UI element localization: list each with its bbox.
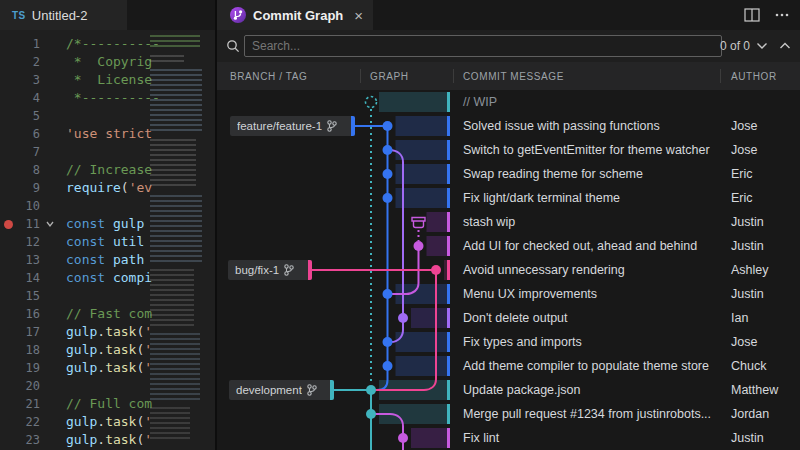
code-text: require('ev: [66, 179, 152, 197]
line-number[interactable]: 21: [0, 395, 40, 413]
line-number[interactable]: 22: [0, 413, 40, 431]
column-separator[interactable]: [453, 69, 454, 83]
line-number[interactable]: 8: [0, 161, 40, 179]
commit-row[interactable]: Menu UX improvementsJustin: [217, 282, 800, 306]
branch-label-bug-fix-1[interactable]: bug/fix-1: [228, 260, 312, 280]
line-number[interactable]: 23: [0, 431, 40, 449]
line-number[interactable]: 3: [0, 71, 40, 89]
editor-group: TS Untitled-2 1/*----------2 * Copyrig3 …: [0, 0, 215, 450]
fold-chevron-icon[interactable]: [45, 219, 55, 229]
code-text: 'use strict: [66, 125, 152, 143]
commit-row[interactable]: // WIP: [217, 90, 800, 114]
commit-row[interactable]: Merge pull request #1234 from justinrobo…: [217, 402, 800, 426]
split-editor-icon[interactable]: [744, 8, 760, 22]
commit-message: Switch to getEventEmitter for theme watc…: [463, 143, 710, 157]
commit-author: Eric: [731, 191, 753, 205]
commit-row[interactable]: Switch to getEventEmitter for theme watc…: [217, 138, 800, 162]
column-branch-tag[interactable]: BRANCH / TAG: [230, 71, 307, 82]
more-actions-icon[interactable]: [774, 8, 790, 22]
commit-row[interactable]: Swap reading theme for schemeEric: [217, 162, 800, 186]
line-number[interactable]: 13: [0, 251, 40, 269]
line-number[interactable]: 4: [0, 89, 40, 107]
editor-actions: [744, 0, 790, 30]
commit-row[interactable]: Fix light/dark terminal themeEric: [217, 186, 800, 210]
commit-author: Justin: [731, 215, 764, 229]
commit-row[interactable]: Fix types and importsJose: [217, 330, 800, 354]
panel-tabstrip: Commit Graph ×: [217, 0, 800, 30]
commit-row[interactable]: Fix lintJustin: [217, 426, 800, 450]
panel-tab-label: Commit Graph: [253, 8, 343, 23]
line-number[interactable]: 1: [0, 35, 40, 53]
commit-author: Matthew: [731, 383, 778, 397]
line-number[interactable]: 2: [0, 53, 40, 71]
close-icon[interactable]: ×: [354, 7, 363, 24]
branch-label-development[interactable]: development: [229, 380, 334, 400]
editor-tab-label: Untitled-2: [32, 8, 88, 23]
code-text: gulp.task(': [66, 359, 152, 377]
tab-untitled-2[interactable]: TS Untitled-2: [0, 0, 127, 30]
commit-row[interactable]: Add theme compiler to populate theme sto…: [217, 354, 800, 378]
typescript-file-icon: TS: [12, 10, 26, 21]
commit-row[interactable]: Don't delete outputIan: [217, 306, 800, 330]
branch-name: development: [236, 384, 302, 396]
breakpoint-icon[interactable]: [4, 220, 13, 229]
editor-tabstrip: TS Untitled-2: [0, 0, 215, 30]
column-commit-message[interactable]: COMMIT MESSAGE: [463, 71, 564, 82]
code-editor[interactable]: 1/*----------2 * Copyrig3 * License4 *--…: [0, 30, 215, 450]
line-number[interactable]: 16: [0, 305, 40, 323]
column-separator[interactable]: [360, 69, 361, 83]
code-text: gulp.task(': [66, 413, 152, 431]
line-number[interactable]: 17: [0, 323, 40, 341]
branch-label-feature-feature-1[interactable]: feature/feature-1: [230, 116, 355, 136]
commit-message: stash wip: [463, 215, 515, 229]
column-author[interactable]: AUTHOR: [731, 71, 777, 82]
branch-label-accent: [308, 260, 312, 280]
commit-message: Fix types and imports: [463, 335, 582, 349]
line-number[interactable]: 18: [0, 341, 40, 359]
minimap[interactable]: [148, 33, 212, 447]
commit-row[interactable]: Add UI for checked out, ahead and behind…: [217, 234, 800, 258]
code-text: * License: [66, 71, 152, 89]
minimap-block: [150, 35, 200, 49]
commit-message: Add UI for checked out, ahead and behind: [463, 239, 697, 253]
line-number[interactable]: 6: [0, 125, 40, 143]
minimap-block: [150, 69, 202, 133]
search-next-button[interactable]: [754, 38, 770, 54]
line-number[interactable]: 5: [0, 107, 40, 125]
column-graph[interactable]: GRAPH: [370, 71, 409, 82]
graph-search-bar: 0 of 0: [217, 30, 800, 62]
commit-message: Add theme compiler to populate theme sto…: [463, 359, 709, 373]
search-input[interactable]: [244, 35, 722, 57]
commit-row[interactable]: stash wipJustin: [217, 210, 800, 234]
line-number[interactable]: 12: [0, 233, 40, 251]
graph-column-header: BRANCH / TAG GRAPH COMMIT MESSAGE AUTHOR: [217, 62, 800, 90]
column-separator[interactable]: [720, 69, 721, 83]
code-text: * Copyrig: [66, 53, 152, 71]
line-number[interactable]: 10: [0, 197, 40, 215]
git-branch-icon: [284, 264, 294, 276]
line-number[interactable]: 19: [0, 359, 40, 377]
line-number[interactable]: 7: [0, 143, 40, 161]
code-text: const compi: [66, 269, 152, 287]
commit-author: Ashley: [731, 263, 769, 277]
line-number[interactable]: 15: [0, 287, 40, 305]
minimap-block: [150, 333, 200, 401]
branch-label-accent: [330, 380, 334, 400]
code-text: /*----------: [66, 35, 160, 53]
tab-commit-graph[interactable]: Commit Graph ×: [217, 0, 373, 30]
commit-rows: // WIPSolved issue with passing function…: [217, 90, 800, 450]
gitlens-icon: [230, 7, 246, 23]
code-text: const path: [66, 251, 144, 269]
line-number[interactable]: 9: [0, 179, 40, 197]
git-branch-icon: [327, 120, 337, 132]
minimap-block: [150, 269, 194, 327]
line-number[interactable]: 14: [0, 269, 40, 287]
branch-name: bug/fix-1: [235, 264, 279, 276]
branch-name: feature/feature-1: [237, 120, 322, 132]
minimap-block: [150, 55, 184, 63]
commit-author: Justin: [731, 431, 764, 445]
commit-message: Menu UX improvements: [463, 287, 597, 301]
search-prev-button[interactable]: [777, 38, 793, 54]
search-icon: [226, 39, 240, 53]
line-number[interactable]: 20: [0, 377, 40, 395]
